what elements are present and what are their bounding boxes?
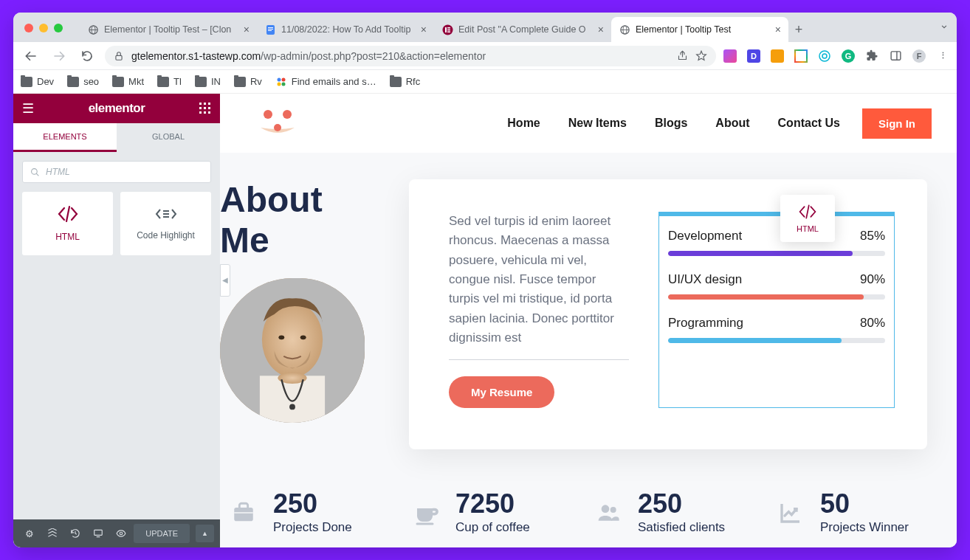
sidepanel-icon[interactable] bbox=[889, 49, 902, 63]
share-icon[interactable] bbox=[677, 50, 688, 61]
globe-icon bbox=[87, 24, 99, 35]
editor-canvas[interactable]: Home New Items Blogs About Contact Us Si… bbox=[220, 94, 957, 547]
traffic-lights bbox=[24, 24, 63, 32]
tab-elements[interactable]: ELEMENTS bbox=[13, 123, 117, 152]
app-icon bbox=[275, 76, 287, 88]
preview-icon[interactable] bbox=[111, 523, 131, 544]
svg-point-23 bbox=[281, 82, 285, 86]
svg-rect-10 bbox=[447, 29, 450, 30]
about-section: About Me Sed vel turpis id enim laoreet … bbox=[220, 153, 957, 464]
code-highlight-icon bbox=[155, 207, 177, 221]
maximize-window[interactable] bbox=[54, 24, 63, 32]
folder-icon bbox=[195, 77, 207, 87]
ext-icon-2[interactable]: D bbox=[747, 49, 760, 63]
tab-4-active[interactable]: Elementor | Tooltip Test × bbox=[611, 17, 788, 42]
close-icon[interactable]: × bbox=[775, 24, 781, 35]
widget-html[interactable]: HTML bbox=[22, 192, 113, 255]
ext-icon-4[interactable] bbox=[794, 49, 808, 63]
menu-dots-icon[interactable]: ⋮ bbox=[936, 49, 949, 63]
update-caret[interactable]: ▲ bbox=[196, 525, 214, 542]
address-bar[interactable]: gtelementor.s1-tastewp.com/wp-admin/post… bbox=[105, 46, 716, 66]
svg-point-42 bbox=[283, 110, 292, 119]
svg-rect-51 bbox=[234, 508, 253, 521]
skills-box[interactable]: HTML Development85% UI/UX design90% Prog… bbox=[658, 212, 895, 408]
bookmark-item[interactable]: Rfc bbox=[390, 76, 421, 87]
svg-point-40 bbox=[120, 532, 123, 535]
bookmark-item[interactable]: IN bbox=[195, 76, 221, 87]
nav-blogs[interactable]: Blogs bbox=[655, 117, 687, 130]
elementor-logo: elementor bbox=[89, 101, 145, 116]
avatar-image bbox=[220, 278, 365, 423]
history-icon[interactable] bbox=[65, 523, 85, 544]
tab-global[interactable]: GLOBAL bbox=[117, 123, 220, 152]
html-widget-tooltip[interactable]: HTML bbox=[780, 195, 835, 242]
widget-code-highlight[interactable]: Code Highlight bbox=[120, 192, 211, 255]
chart-icon bbox=[774, 501, 807, 525]
nav-home[interactable]: Home bbox=[507, 117, 540, 130]
svg-point-21 bbox=[281, 77, 285, 81]
bookmark-item[interactable]: Mkt bbox=[112, 76, 144, 87]
svg-rect-30 bbox=[199, 111, 202, 114]
extension-icons: D G F ⋮ bbox=[723, 49, 949, 63]
back-button[interactable] bbox=[21, 46, 41, 66]
elementor-footer: ⚙ UPDATE ▲ bbox=[13, 519, 220, 547]
sign-in-button[interactable]: Sign In bbox=[862, 108, 932, 139]
content-area: ☰ elementor ELEMENTS GLOBAL HTML HTML C bbox=[13, 94, 957, 547]
about-text-col: Sed vel turpis id enim laoreet rhoncus. … bbox=[449, 212, 629, 408]
ext-icon-5[interactable] bbox=[818, 49, 831, 63]
about-paragraph: Sed vel turpis id enim laoreet rhoncus. … bbox=[449, 212, 629, 360]
resume-button[interactable]: My Resume bbox=[449, 376, 554, 408]
site-logo[interactable] bbox=[257, 108, 298, 138]
update-button[interactable]: UPDATE bbox=[134, 524, 190, 543]
minimize-window[interactable] bbox=[39, 24, 48, 32]
widget-label: Code Highlight bbox=[137, 230, 195, 241]
ext-icon-3[interactable] bbox=[771, 49, 784, 63]
forward-button[interactable] bbox=[49, 46, 69, 66]
new-tab-button[interactable]: + bbox=[788, 17, 809, 42]
stats-row: 250Projects Done 7250Cup of coffee 250Sa… bbox=[220, 464, 957, 547]
collapse-panel-handle[interactable]: ◀ bbox=[220, 264, 230, 297]
reload-button[interactable] bbox=[77, 46, 97, 66]
responsive-icon[interactable] bbox=[88, 523, 108, 544]
tab-title: Elementor | Tooltip Test – [Clon bbox=[104, 24, 238, 35]
svg-point-17 bbox=[822, 54, 827, 58]
tab-2[interactable]: 11/08/2022: How To Add Tooltip × bbox=[257, 17, 434, 42]
bookmark-item[interactable]: Find emails and s… bbox=[275, 76, 376, 88]
svg-point-43 bbox=[274, 124, 281, 131]
tab-3[interactable]: Edit Post "A Complete Guide O × bbox=[434, 17, 611, 42]
close-icon[interactable]: × bbox=[421, 24, 427, 35]
bookmark-star-icon[interactable] bbox=[695, 50, 707, 62]
svg-rect-4 bbox=[268, 27, 273, 28]
nav-contact[interactable]: Contact Us bbox=[778, 117, 840, 130]
navigator-icon[interactable] bbox=[42, 523, 62, 544]
tab-1[interactable]: Elementor | Tooltip Test – [Clon × bbox=[80, 17, 257, 42]
bookmark-item[interactable]: Tl bbox=[157, 76, 182, 87]
bookmark-item[interactable]: Rv bbox=[234, 76, 262, 87]
settings-icon[interactable]: ⚙ bbox=[19, 523, 39, 544]
tooltip-label: HTML bbox=[797, 224, 819, 233]
nav-about[interactable]: About bbox=[715, 117, 749, 130]
site-nav: Home New Items Blogs About Contact Us bbox=[507, 117, 840, 130]
menu-icon[interactable]: ☰ bbox=[22, 100, 34, 117]
tab-title: Elementor | Tooltip Test bbox=[636, 24, 770, 35]
ext-icon-6[interactable]: G bbox=[842, 49, 855, 63]
tab-list-dropdown[interactable] bbox=[939, 21, 949, 32]
bookmark-item[interactable]: Dev bbox=[21, 76, 54, 87]
bookmark-item[interactable]: seo bbox=[67, 76, 99, 87]
close-window[interactable] bbox=[24, 24, 33, 32]
lock-icon bbox=[114, 51, 124, 61]
svg-rect-29 bbox=[208, 107, 210, 109]
close-icon[interactable]: × bbox=[598, 24, 604, 35]
svg-point-22 bbox=[277, 82, 281, 86]
nav-new-items[interactable]: New Items bbox=[568, 117, 627, 130]
folder-icon bbox=[390, 77, 402, 87]
close-icon[interactable]: × bbox=[244, 24, 250, 35]
svg-rect-8 bbox=[445, 27, 447, 32]
stat-projects: 250Projects Done bbox=[227, 491, 402, 535]
svg-rect-28 bbox=[204, 107, 206, 109]
profile-avatar[interactable]: F bbox=[912, 49, 926, 63]
ext-icon-1[interactable] bbox=[723, 49, 737, 63]
widgets-grid-icon[interactable] bbox=[199, 103, 211, 114]
extensions-icon[interactable] bbox=[865, 49, 878, 63]
widget-search[interactable]: HTML bbox=[22, 161, 211, 183]
